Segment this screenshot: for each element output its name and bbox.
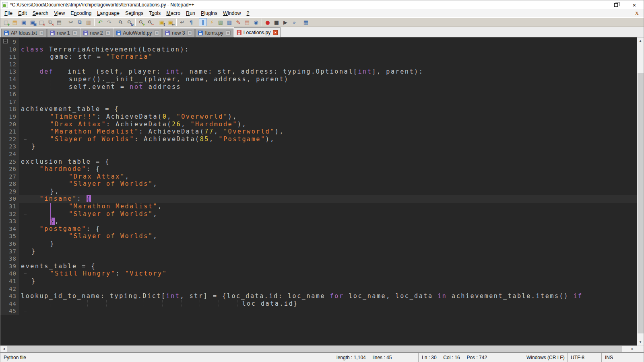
line-number: 16 bbox=[0, 90, 19, 98]
macro-run-multiple-icon[interactable]: » bbox=[290, 18, 298, 26]
redo-icon[interactable]: ↷ bbox=[105, 18, 113, 26]
menu-run[interactable]: Run bbox=[183, 10, 198, 17]
code-text: "Drax Attax", bbox=[29, 173, 637, 181]
code-editor[interactable]: 910class TerrariaAchievement(Location):1… bbox=[0, 37, 637, 346]
find-icon[interactable]: ⚲ bbox=[117, 18, 125, 26]
new-file-icon[interactable]: □+ bbox=[2, 18, 10, 26]
open-file-icon[interactable]: ▤ bbox=[11, 18, 19, 26]
tab-close-icon[interactable]: × bbox=[273, 30, 278, 35]
close-document-x-icon[interactable]: X bbox=[635, 10, 639, 16]
menu-language[interactable]: Language bbox=[94, 10, 122, 17]
close-all-icon[interactable]: ⧉× bbox=[46, 18, 54, 26]
menu-view[interactable]: View bbox=[51, 10, 68, 17]
copy-icon[interactable]: ⧉ bbox=[76, 18, 84, 26]
code-text bbox=[29, 307, 637, 315]
save-all-icon[interactable]: ▣▣ bbox=[29, 18, 37, 26]
menu-?[interactable]: ? bbox=[244, 10, 252, 17]
macro-stop-icon[interactable]: ■ bbox=[272, 18, 281, 26]
code-text bbox=[29, 61, 637, 68]
tab-new-2[interactable]: new 2× bbox=[80, 29, 113, 37]
tab-close-icon[interactable]: × bbox=[105, 31, 110, 35]
line-number: 29 bbox=[0, 188, 19, 195]
document-list-icon[interactable]: ▥ bbox=[225, 18, 233, 26]
code-line-29: 29 }, bbox=[0, 188, 637, 195]
show-all-chars-icon[interactable]: ¶ bbox=[187, 18, 195, 26]
fold-marker[interactable] bbox=[3, 39, 8, 43]
floppy-disk-icon bbox=[83, 31, 88, 35]
code-text: class TerrariaAchievement(Location): bbox=[19, 46, 637, 53]
tab-close-icon[interactable]: × bbox=[39, 31, 44, 35]
status-encoding: UTF-8 bbox=[567, 353, 601, 362]
close-button[interactable]: × bbox=[625, 0, 644, 9]
scroll-left-arrow-icon[interactable]: ◄ bbox=[0, 346, 7, 352]
status-doc-type: Python file bbox=[0, 353, 333, 362]
code-line-17: 17 bbox=[0, 98, 637, 106]
tab-autoworld-py[interactable]: AutoWorld.py× bbox=[114, 29, 162, 37]
code-text: events_table = { bbox=[19, 263, 637, 270]
status-cursor-position: Ln : 30 Col : 16 Pos : 742 bbox=[418, 353, 523, 362]
tab-items-py[interactable]: Items.py× bbox=[195, 29, 233, 37]
menu-macro[interactable]: Macro bbox=[163, 10, 183, 17]
tab-label: new 2 bbox=[90, 30, 103, 36]
tab-close-icon[interactable]: × bbox=[187, 31, 192, 35]
fold-margin bbox=[19, 38, 29, 46]
fold-margin bbox=[19, 76, 29, 83]
fold-margin bbox=[19, 113, 29, 121]
menu-plugins[interactable]: Plugins bbox=[198, 10, 220, 17]
close-doc-icon[interactable]: □× bbox=[37, 18, 45, 26]
vertical-scrollbar[interactable]: ▲ ▼ bbox=[637, 37, 644, 346]
indent-guide-icon[interactable]: ‖ bbox=[199, 18, 207, 26]
tab-close-icon[interactable]: × bbox=[154, 31, 159, 35]
tab-bar: AP Ideas.txt×new 1×new 2×AutoWorld.py×ne… bbox=[0, 27, 644, 37]
code-text bbox=[29, 38, 637, 46]
scroll-up-arrow-icon[interactable]: ▲ bbox=[637, 37, 644, 44]
tab-label: new 3 bbox=[172, 30, 185, 36]
code-text: } bbox=[29, 143, 637, 150]
tab-new-1[interactable]: new 1× bbox=[47, 29, 80, 37]
menu-tools[interactable]: Tools bbox=[146, 10, 163, 17]
sync-horizontal-icon[interactable]: ▣↔ bbox=[167, 18, 175, 26]
horizontal-scroll-thumb[interactable] bbox=[7, 346, 622, 352]
tab-ap-ideas-txt[interactable]: AP Ideas.txt× bbox=[1, 29, 47, 37]
horizontal-scrollbar[interactable]: ◄ ► bbox=[0, 346, 644, 352]
zoom-in-icon[interactable]: ⚲+ bbox=[137, 18, 145, 26]
minimize-button[interactable] bbox=[588, 0, 607, 9]
scroll-right-arrow-icon[interactable]: ► bbox=[629, 346, 636, 352]
menu-encoding[interactable]: Encoding bbox=[68, 10, 94, 17]
vertical-scroll-thumb[interactable] bbox=[638, 73, 644, 333]
menu-search[interactable]: Search bbox=[30, 10, 52, 17]
menu-file[interactable]: File bbox=[2, 10, 15, 17]
menu-window[interactable]: Window bbox=[220, 10, 244, 17]
code-text: def __init__(self, player: int, name: st… bbox=[19, 68, 637, 76]
macro-save-icon[interactable]: ▦ bbox=[302, 18, 310, 26]
print-icon[interactable]: ▤ bbox=[55, 18, 63, 26]
function-list-icon[interactable]: ⚡ bbox=[208, 18, 216, 26]
folder-workspace-icon[interactable]: ▤ bbox=[243, 18, 251, 26]
line-number: 43 bbox=[0, 292, 19, 300]
zoom-out-icon[interactable]: ⚲− bbox=[146, 18, 154, 26]
document-map-icon[interactable]: ▨ bbox=[217, 18, 225, 26]
menu-edit[interactable]: Edit bbox=[15, 10, 30, 17]
define-language-icon[interactable]: ✎ bbox=[234, 18, 242, 26]
undo-icon[interactable]: ↶ bbox=[96, 18, 104, 26]
replace-icon[interactable]: ⚲b bbox=[126, 18, 134, 26]
scroll-down-arrow-icon[interactable]: ▼ bbox=[637, 339, 644, 346]
code-line-44: 44 loc_data.id} bbox=[0, 300, 637, 308]
macro-play-icon[interactable]: ▶ bbox=[281, 18, 289, 26]
menu-settings[interactable]: Settings bbox=[122, 10, 146, 17]
tab-locations-py[interactable]: Locations.py× bbox=[234, 27, 281, 37]
paste-icon[interactable]: ▥ bbox=[85, 18, 93, 26]
monitoring-icon[interactable]: ◉ bbox=[252, 18, 260, 26]
cut-icon[interactable]: ✂ bbox=[67, 18, 75, 26]
sync-vertical-icon[interactable]: ▣↕ bbox=[158, 18, 166, 26]
tab-close-icon[interactable]: × bbox=[226, 31, 231, 35]
line-number: 32 bbox=[0, 210, 19, 218]
line-number: 24 bbox=[0, 150, 19, 158]
tab-new-3[interactable]: new 3× bbox=[162, 29, 195, 37]
save-icon[interactable]: ▣ bbox=[20, 18, 28, 26]
tab-close-icon[interactable]: × bbox=[72, 31, 77, 35]
macro-record-icon[interactable]: ● bbox=[264, 18, 272, 26]
restore-button[interactable] bbox=[607, 0, 625, 9]
line-number: 25 bbox=[0, 158, 19, 166]
word-wrap-icon[interactable]: ↵ bbox=[178, 18, 186, 26]
